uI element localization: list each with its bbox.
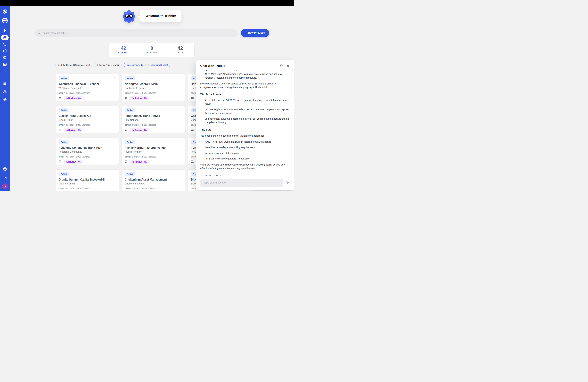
sidebar-item-team[interactable] <box>2 88 8 94</box>
project-card[interactable]: Active Northgate Federal CMMC Northgate … <box>122 74 185 101</box>
welcome-bubble: Welcome to Tribble! <box>140 10 181 22</box>
person-transfer-icon <box>3 29 7 33</box>
sidebar-item-settings[interactable] <box>2 96 8 102</box>
close-chat-button[interactable] <box>286 64 290 68</box>
tribble-assistant-avatar[interactable] <box>2 18 8 23</box>
thumbs-up-button[interactable] <box>205 174 208 176</box>
longform-rfx-chip[interactable]: Longform RFx: 29 <box>148 63 170 67</box>
project-title: Redstone Community Bank Tech <box>59 146 116 149</box>
project-title: Pacific Northern Energy Vendor <box>125 146 182 149</box>
status-badge: Active <box>125 172 135 176</box>
status-badge: Active <box>59 76 69 80</box>
sidebar-item-rows[interactable] <box>2 81 8 86</box>
stat-finished-value: 0 <box>151 46 153 50</box>
search-input[interactable] <box>42 32 234 34</box>
review-progress-badge: In Review • 0% <box>130 96 149 100</box>
review-progress-badge: In Review • 0% <box>130 160 149 164</box>
stat-finished[interactable]: 0 Finished <box>138 43 166 57</box>
project-card[interactable]: Active Granite Summit Capital InvestorDD… <box>55 170 119 191</box>
sidebar-item-review-list[interactable] <box>2 62 7 67</box>
project-title: Cheltenham Asset Management <box>125 178 182 181</box>
chat-bullet-item: AM Best and state regulatory frameworks <box>204 157 290 161</box>
clipped-previous-line <box>200 69 290 71</box>
project-dates: START: 3/26/2026DUE: 4/25/2025 <box>59 156 116 158</box>
card-menu-button[interactable] <box>113 140 116 144</box>
project-subtitle: Westbrook Financial <box>59 86 116 89</box>
chat-section-heading: The Fix: <box>200 127 290 132</box>
sidebar-item-calendar[interactable] <box>2 48 7 53</box>
table-icon <box>59 128 62 131</box>
chat-history-button[interactable] <box>279 64 283 68</box>
project-card[interactable]: Active First National Bank FinSec First … <box>122 106 185 133</box>
project-dates: START: 3/26/2026DUE: 4/25/2025 <box>125 188 182 190</box>
card-menu-button[interactable] <box>180 172 182 175</box>
sidebar-item-analytics[interactable] <box>2 69 7 74</box>
chat-section-heading: The Data Shows: <box>200 92 290 97</box>
project-card[interactable]: Active Westbrook Financial IT Vendor Wes… <box>55 74 119 101</box>
filter-owner-chip[interactable]: Filter by Project Owner <box>95 63 122 67</box>
chat-bullet-list: Third-Party Risk Management: 38% win rat… <box>200 72 290 80</box>
chat-input-box[interactable] <box>200 179 283 187</box>
thumbs-down-button[interactable] <box>215 174 219 176</box>
sidebar-bottom: TK <box>2 166 8 189</box>
table-icon <box>125 160 128 163</box>
welcome-header: Welcome to Tribble! <box>10 10 294 23</box>
project-card[interactable]: Active Redstone Community Bank Tech Reds… <box>55 138 119 165</box>
card-menu-button[interactable] <box>113 172 116 175</box>
chat-message-input[interactable] <box>204 181 281 184</box>
project-subtitle: First National <box>125 118 182 121</box>
project-card[interactable]: Active Glacier Point Utilities OT Glacie… <box>55 106 119 133</box>
sidebar-item-chat[interactable] <box>2 55 7 60</box>
project-card[interactable]: Active Cheltenham Asset Management Chelt… <box>122 170 185 191</box>
project-subtitle: Pacific Northern <box>125 150 182 153</box>
new-project-button[interactable]: + NEW PROJECT <box>241 29 269 37</box>
search-row: + NEW PROJECT <box>35 29 294 37</box>
chat-paragraph: Meanwhile, your General Product Features… <box>200 82 290 89</box>
sort-by-chip[interactable]: Sort By: Created Date (latest first) <box>55 63 92 67</box>
tribble-logo-icon[interactable] <box>2 8 8 14</box>
thumbs-down-count: 0 <box>220 174 221 176</box>
card-menu-button[interactable] <box>180 108 182 112</box>
status-badge: Active <box>125 108 135 112</box>
stat-active[interactable]: 42 ACTIVE <box>109 43 138 57</box>
chat-bullet-list: 4 out of 8 losses in Q1 2026 cited regul… <box>200 98 290 124</box>
stat-active-value: 42 <box>121 46 126 50</box>
checklist-card-icon <box>3 63 7 66</box>
chat-title: Chat with Tribble <box>200 64 225 68</box>
chat-input-row <box>196 176 294 190</box>
project-card[interactable]: Active Pacific Northern Energy Vendor Pa… <box>122 138 185 165</box>
card-menu-button[interactable] <box>180 77 182 80</box>
project-subtitle: Cheltenham Asset <box>125 182 182 185</box>
chat-bullet-item: Insurance carrier risk taxonomy <box>204 151 290 155</box>
chat-bullet-list: NAIC Third-Party Oversight Bulletin inst… <box>200 140 290 161</box>
thumbs-up-count: 0 <box>210 174 211 176</box>
table-icon <box>59 160 62 163</box>
project-search[interactable] <box>35 29 237 37</box>
help-circle-icon <box>3 167 7 171</box>
new-project-label: NEW PROJECT <box>248 32 265 34</box>
stat-finished-label: Finished <box>149 51 157 54</box>
questionnaire-chip[interactable]: Questionnaire: 13 <box>124 63 146 67</box>
plus-icon: + <box>245 31 247 35</box>
status-badge: Active <box>125 76 135 80</box>
sidebar-item-projects-active[interactable] <box>1 35 9 40</box>
card-menu-button[interactable] <box>113 77 116 80</box>
user-avatar[interactable]: TK <box>2 184 8 189</box>
logo-stripes-icon <box>2 9 8 14</box>
send-message-button[interactable] <box>286 181 290 185</box>
help-button[interactable] <box>2 166 8 172</box>
chat-panel: Chat with Tribble Third-Party Risk Manag… <box>196 60 294 190</box>
collapse-sidebar-button[interactable] <box>2 175 8 181</box>
card-menu-button[interactable] <box>113 108 116 112</box>
review-progress-badge: In Review • 0% <box>130 128 149 132</box>
card-menu-button[interactable] <box>180 140 182 144</box>
chat-bullet-item: Third-Party Risk Management: 38% win rat… <box>204 72 290 80</box>
chat-sparkle-icon <box>3 56 7 60</box>
stat-all[interactable]: 42 All <box>166 43 194 57</box>
chat-header: Chat with Tribble <box>196 60 294 69</box>
sidebar-item-handoff[interactable] <box>2 28 7 33</box>
stat-active-label: ACTIVE <box>121 51 129 54</box>
mascot-avatar-icon <box>2 18 8 23</box>
sidebar-item-sync[interactable] <box>2 42 7 47</box>
table-icon <box>191 160 194 163</box>
